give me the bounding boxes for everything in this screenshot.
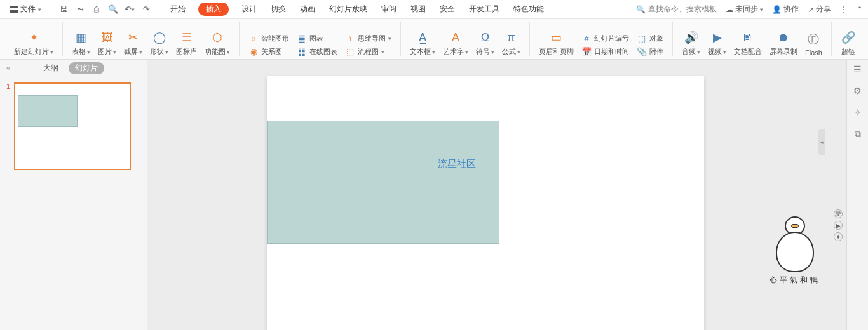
duck-icon: [776, 232, 814, 272]
flowchart-label: 流程图: [358, 47, 379, 56]
relation-icon: ◉: [248, 48, 259, 56]
mindmap-button[interactable]: ⟟思维导图▾: [345, 34, 391, 43]
table-button[interactable]: ▦表格▾: [68, 30, 94, 56]
rail-star-icon[interactable]: ✧: [852, 107, 864, 118]
tab-security[interactable]: 安全: [438, 1, 456, 17]
textbox-button[interactable]: A̲文本框▾: [406, 30, 439, 56]
print-icon[interactable]: ⎙: [92, 4, 102, 15]
share-icon: ↗: [808, 5, 814, 14]
badge-3[interactable]: ✦: [834, 232, 843, 241]
mindmap-label: 思维导图: [358, 34, 386, 43]
hamburger-icon: [10, 6, 18, 13]
smartgraphic-button[interactable]: ⟐智能图形: [248, 34, 289, 43]
slide-panel: « 大纲 幻灯片 1: [0, 60, 147, 330]
user-icon: 👤: [772, 5, 782, 14]
print-preview-icon[interactable]: 🔍: [108, 4, 118, 15]
screenrec-button[interactable]: ⏺屏幕录制: [766, 30, 801, 56]
tab-features[interactable]: 特色功能: [512, 1, 545, 17]
image-button[interactable]: 🖼图片▾: [94, 30, 120, 56]
symbol-label: 符号: [476, 47, 490, 56]
audio-label: 音频: [682, 47, 696, 56]
sync-status[interactable]: ☁ 未同步 ▾: [726, 4, 763, 15]
relation-button[interactable]: ◉关系图: [248, 47, 289, 56]
attachment-button[interactable]: 📎附件: [637, 47, 663, 56]
datetime-button[interactable]: 📅日期和时间: [581, 47, 629, 56]
outline-tab[interactable]: 大纲: [43, 63, 58, 74]
slidenumber-button[interactable]: #幻灯片编号: [581, 34, 629, 43]
tab-design[interactable]: 设计: [240, 1, 258, 17]
onlinechart-button[interactable]: ䷁在线图表: [297, 47, 337, 56]
search-box[interactable]: 🔍 查找命令、搜索模板: [636, 4, 717, 15]
video-label: 视频: [708, 47, 722, 56]
slide-thumbnail-1[interactable]: [14, 82, 131, 170]
chart-button[interactable]: ䷀图表: [297, 34, 337, 43]
new-slide-button[interactable]: ✦ 新建幻灯片▾: [10, 30, 57, 56]
funcchart-button[interactable]: ⬡功能图▾: [201, 30, 234, 56]
mascot-caption: 心平氣和鴨: [769, 275, 821, 286]
screenshot-icon: ✂: [126, 30, 141, 44]
collapse-panel-icon[interactable]: «: [6, 63, 11, 72]
redo-icon[interactable]: ↷: [141, 4, 151, 15]
slide-rectangle-shape[interactable]: 流星社区: [267, 121, 499, 244]
tab-view[interactable]: 视图: [409, 1, 427, 17]
badge-1[interactable]: 爱: [834, 209, 843, 218]
flowchart-button[interactable]: ⬚流程图▾: [345, 47, 391, 56]
new-slide-label: 新建幻灯片: [14, 47, 49, 56]
audio-icon: 🔊: [684, 30, 699, 44]
iconlib-label: 图标库: [176, 47, 197, 56]
rail-ruler-icon[interactable]: ☰: [852, 63, 864, 75]
tab-developer[interactable]: 开发工具: [468, 1, 501, 17]
share-button[interactable]: ↗ 分享: [808, 4, 831, 15]
slide-number: 1: [6, 82, 10, 170]
more-icon[interactable]: ⋮: [840, 5, 848, 14]
thumb-shape: [18, 95, 78, 127]
tab-start[interactable]: 开始: [169, 1, 187, 17]
save-as-icon[interactable]: ⤳: [75, 4, 85, 15]
flash-button[interactable]: ⒻFlash: [801, 32, 826, 56]
slide-1[interactable]: 流星社区: [267, 76, 704, 330]
object-button[interactable]: ⬚对象: [637, 34, 663, 43]
main-area: « 大纲 幻灯片 1 流星社区 ◂ 心平氣和鴨: [0, 60, 868, 330]
symbol-button[interactable]: Ω符号▾: [472, 30, 498, 56]
badge-2[interactable]: ▶: [834, 221, 843, 230]
tab-transition[interactable]: 切换: [269, 1, 287, 17]
tab-slideshow[interactable]: 幻灯片放映: [328, 1, 369, 17]
iconlib-icon: ☰: [179, 30, 194, 44]
screenshot-button[interactable]: ✂截屏▾: [120, 30, 146, 56]
wordart-button[interactable]: A艺术字▾: [439, 30, 472, 56]
flash-label: Flash: [805, 49, 822, 56]
expand-right-panel[interactable]: ◂: [818, 129, 825, 155]
menubar-right: 🔍 查找命令、搜索模板 ☁ 未同步 ▾ 👤 协作 ↗ 分享 ⋮ ⌃: [636, 4, 863, 15]
quick-access-toolbar: 🖫 ⤳ ⎙ 🔍 ↶▾ ↷: [58, 4, 151, 15]
thumbnail-row: 1: [6, 82, 140, 170]
tab-review[interactable]: 审阅: [380, 1, 398, 17]
docdub-button[interactable]: 🗎文档配音: [730, 30, 766, 56]
funcchart-label: 功能图: [205, 47, 226, 56]
rail-device-icon[interactable]: ⧉: [852, 128, 864, 140]
tab-insert[interactable]: 插入: [198, 3, 229, 16]
collapse-ribbon-icon[interactable]: ⌃: [857, 5, 863, 14]
collab-button[interactable]: 👤 协作: [772, 4, 799, 15]
datetime-label: 日期和时间: [594, 47, 629, 56]
search-icon: 🔍: [636, 5, 646, 14]
audio-button[interactable]: 🔊音频▾: [678, 30, 704, 56]
iconlib-button[interactable]: ☰图标库: [172, 30, 201, 56]
formula-button[interactable]: π公式▾: [498, 30, 524, 56]
headerfooter-button[interactable]: ▭页眉和页脚: [535, 30, 578, 56]
rail-settings-icon[interactable]: ⚙: [852, 85, 864, 96]
hyperlink-button[interactable]: 🔗超链: [837, 30, 860, 56]
side-badges: 爱 ▶ ✦: [834, 209, 843, 241]
datetime-icon: 📅: [581, 48, 592, 56]
save-icon[interactable]: 🖫: [58, 4, 69, 15]
headerfooter-label: 页眉和页脚: [539, 47, 574, 56]
undo-icon[interactable]: ↶▾: [125, 4, 135, 15]
video-button[interactable]: ▶视频▾: [704, 30, 730, 56]
object-icon: ⬚: [637, 34, 647, 43]
canvas[interactable]: 流星社区 ◂ 心平氣和鴨 爱 ▶ ✦: [147, 60, 846, 330]
tab-animation[interactable]: 动画: [299, 1, 316, 17]
file-menu[interactable]: 文件 ▾: [5, 1, 46, 17]
slides-tab[interactable]: 幻灯片: [69, 62, 104, 74]
chart-label: 图表: [309, 34, 323, 43]
mascot[interactable]: 心平氣和鴨: [769, 232, 821, 286]
shape-button[interactable]: ◯形状▾: [146, 30, 172, 56]
